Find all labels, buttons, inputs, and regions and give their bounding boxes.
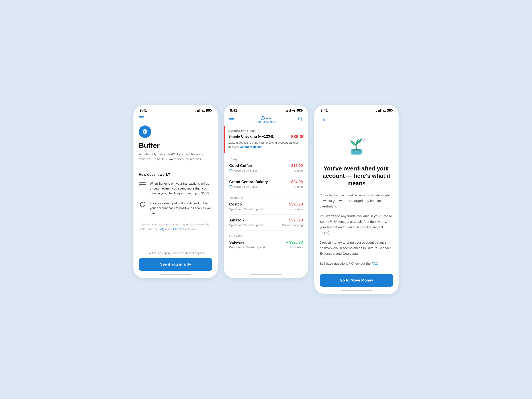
home-indicator-1 [160,274,191,275]
overdraft-para-4: Still have questions? Checkout the FAQ [320,261,393,266]
buffer-title: Buffer [139,141,212,150]
tx-meta: Covered by Buffer [229,185,291,189]
time-2: 9:41 [230,109,237,113]
feature-item-2: If you overdraft, just make a deposit to… [139,201,212,216]
status-icons-3: ▾▴ [376,109,392,112]
tx-meta: Deposited to Safe-to-Spend [229,246,286,249]
status-bar-3: 9:41 ▾▴ [314,105,399,114]
safe-to-spend-label: Safe-to-Spend® [256,120,276,123]
tx-costco: Costco Spent from Safe-to-Spend $326.78 … [229,202,303,215]
tx-name: Costco [229,202,289,207]
nav-bar-1 [133,114,218,122]
alert-account: Simple Checking (••••1234): [228,134,274,139]
tx-amazon: Amazon Spent from Safe-to-Spend $326.78 … [229,218,303,231]
tx-meta: Spent from Safe-to-Spend [229,223,282,227]
tx-name: Grand Central Bakery [229,180,291,184]
wifi-icon-1: ▾▴ [202,109,205,112]
overdraft-para-2: You won't see any funds available in you… [320,214,393,235]
overdraft-alert: OVERDRAFT ALERT Simple Checking (••••123… [224,126,308,153]
how-works-title: How does it work? [139,173,212,177]
tx-amount: + $326.78 [286,240,303,245]
tx-category: Coffee [291,185,303,188]
check-circle-icon: ✓ [261,116,265,120]
divider-1 [139,168,212,168]
buffer-shield-icon: $ [139,126,151,138]
tx-category: Online shopping [282,223,303,227]
tx-name: Amazon [229,218,282,222]
search-icon-2[interactable] [298,117,303,123]
status-bar-2: 9:41 ▾▴ [224,105,308,114]
alert-amount: - $36.00 [288,134,304,139]
battery-icon-1 [206,109,211,112]
faq-link-3[interactable]: FAQ [372,262,378,265]
tx-amount: $326.78 [282,218,303,222]
tx-category: Groceries [289,208,303,211]
wifi-icon-3: ▾▴ [383,109,386,112]
bottom-section-1: Qualifications apply. You can turn it of… [139,247,212,271]
nav-balance: ✓ --.-- [261,116,271,120]
time-1: 9:41 [140,109,147,113]
buffer-subtitle: Accidentally overspend? Buffer will have… [139,152,212,162]
home-indicator-3 [341,290,372,291]
time-3: 9:41 [321,109,328,113]
svg-point-9 [362,138,363,139]
overdraft-para-3: Deposit money to bring your account bala… [320,240,393,256]
tx-name: Good Coffee [229,164,291,168]
menu-icon-1[interactable] [139,116,144,119]
refresh-icon [139,201,146,208]
battery-icon-2 [297,109,302,112]
home-indicator-2 [250,274,282,275]
section-today: Today [229,157,303,161]
alert-title: OVERDRAFT ALERT [228,130,304,133]
alert-desc: Make a deposit to bring your checking ac… [228,140,304,149]
svg-rect-2 [139,184,146,185]
tx-amount: $24.00 [291,180,303,184]
svg-line-4 [301,120,302,121]
overdraft-para-1: Your checking account balance is negativ… [320,193,393,209]
see-if-qualify-button[interactable]: See if you qualify [139,258,212,271]
overdraft-heading: You've overdrafted your account — here's… [320,165,393,187]
status-icons-2: ▾▴ [286,109,302,112]
status-icons-1: ▾▴ [196,109,211,112]
feature-1-text: When Buffer is on, your transactions wil… [150,181,212,196]
section-last-week: Last week [229,234,303,238]
phone-3: 9:41 ▾▴ ✕ [314,105,399,294]
section-yesterday: Yesterday [229,196,303,200]
svg-point-8 [363,140,364,141]
svg-text:$: $ [144,130,146,133]
signal-icon-1 [196,109,200,112]
feature-2-text: If you overdraft, just make a deposit to… [150,201,212,216]
faq-link-1[interactable]: FAQ [158,228,164,231]
feature-note: In some instances, transactions may not … [139,222,212,232]
tx-meta: Spent from Safe-to-Spend [229,208,289,211]
status-bar-1: 9:41 ▾▴ [133,105,218,114]
full-terms-link[interactable]: full terms [171,228,183,231]
card-icon [139,181,146,189]
signal-icon-2 [286,109,291,112]
qualifications-text: Qualifications apply. You can turn it of… [139,251,212,255]
tx-category: Coffee [291,169,303,172]
nav-bar-2: ✓ --.-- Safe-to-Spend® [224,114,308,126]
phone-2: 9:41 ▾▴ ✓ --.-- [224,105,308,278]
alert-row: Simple Checking (••••1234): - $36.00 [228,134,304,139]
phone-2-content: Today Good Coffee Covered by Buffer $12.… [224,157,308,271]
feature-item-1: When Buffer is on, your transactions wil… [139,181,212,196]
phones-container: 9:41 ▾▴ [133,105,399,294]
safe-to-spend-nav[interactable]: ✓ --.-- Safe-to-Spend® [256,116,276,123]
tx-name: Safeway [229,240,286,245]
tx-good-coffee: Good Coffee Covered by Buffer $12.00 Cof… [229,164,303,176]
battery-icon-3 [387,109,392,112]
close-icon: ✕ [322,117,326,123]
go-to-move-money-button[interactable]: Go to Move Money [320,274,393,287]
close-button[interactable]: ✕ [320,116,328,124]
tx-safeway: Safeway Deposited to Safe-to-Spend + $32… [229,240,303,253]
phone-3-content: You've overdrafted your account — here's… [314,127,399,294]
get-more-details-link[interactable]: Get more details [240,145,262,149]
tx-grand-central: Grand Central Bakery Covered by Buffer $… [229,180,303,192]
menu-icon-2[interactable] [229,118,234,121]
nav-bar-3: ✕ [314,114,399,127]
tx-category: Groceries [286,246,303,249]
phone-1: 9:41 ▾▴ [133,105,218,278]
signal-icon-3 [376,109,381,112]
tx-meta: Covered by Buffer [229,169,291,172]
